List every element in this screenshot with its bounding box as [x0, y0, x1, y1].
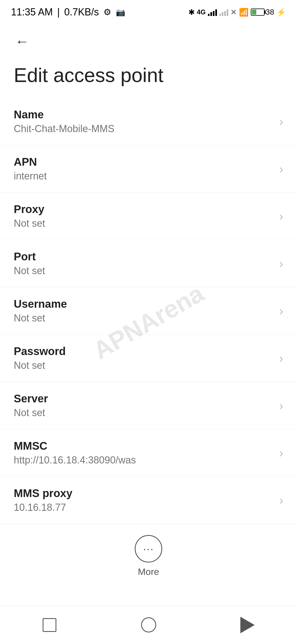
page-title: Edit access point — [0, 58, 297, 98]
nav-back-button[interactable] — [234, 614, 261, 636]
settings-item-port[interactable]: Port Not set › — [0, 240, 297, 287]
battery-fill — [252, 10, 256, 15]
settings-item-username-content: Username Not set — [14, 298, 274, 324]
chevron-right-icon-name: › — [279, 115, 283, 129]
settings-value-proxy: Not set — [14, 218, 274, 229]
settings-item-mmsc[interactable]: MMSC http://10.16.18.4:38090/was › — [0, 429, 297, 477]
settings-value-password: Not set — [14, 360, 274, 371]
nav-bar — [0, 605, 297, 644]
settings-icon: ⚙ — [103, 7, 111, 17]
settings-label-apn: APN — [14, 156, 274, 168]
back-arrow-icon: ← — [15, 33, 29, 50]
more-dots-icon: ··· — [143, 543, 154, 555]
settings-value-mmsc: http://10.16.18.4:38090/was — [14, 454, 274, 466]
status-right-icons: ✱ 4G ✕ 📶 38 ⚡ — [188, 8, 286, 17]
settings-list: Name Chit-Chat-Mobile-MMS › APN internet… — [0, 98, 297, 524]
settings-label-password: Password — [14, 345, 274, 358]
nav-recent-apps-button[interactable] — [36, 614, 63, 636]
more-container: ··· More — [0, 527, 297, 585]
settings-item-username[interactable]: Username Not set › — [0, 287, 297, 335]
chevron-right-icon-port: › — [279, 257, 283, 271]
settings-value-mms-proxy: 10.16.18.77 — [14, 502, 274, 513]
battery-percent: 38 — [266, 8, 274, 17]
no-signal-icon: ✕ — [230, 8, 237, 17]
settings-item-mms-proxy-content: MMS proxy 10.16.18.77 — [14, 487, 274, 513]
chevron-right-icon-mmsc: › — [279, 446, 283, 460]
settings-label-mms-proxy: MMS proxy — [14, 487, 274, 500]
settings-value-apn: internet — [14, 170, 274, 182]
settings-item-apn-content: APN internet — [14, 156, 274, 182]
status-time: 11:35 AM — [11, 6, 53, 18]
wifi-icon: 📶 — [239, 8, 249, 17]
settings-item-server[interactable]: Server Not set › — [0, 382, 297, 429]
settings-value-server: Not set — [14, 407, 274, 419]
signal-bars-2 — [219, 8, 228, 16]
nav-triangle-icon — [240, 617, 255, 633]
settings-value-username: Not set — [14, 312, 274, 324]
nav-home-button[interactable] — [135, 614, 162, 636]
back-button[interactable]: ← — [11, 30, 33, 52]
settings-label-proxy: Proxy — [14, 203, 274, 215]
settings-item-name-content: Name Chit-Chat-Mobile-MMS — [14, 108, 274, 135]
toolbar: ← — [0, 22, 297, 58]
settings-item-port-content: Port Not set — [14, 250, 274, 277]
chevron-right-icon-proxy: › — [279, 209, 283, 223]
network-4g-icon: 4G — [197, 8, 206, 16]
battery-box — [251, 9, 265, 16]
settings-item-proxy-content: Proxy Not set — [14, 203, 274, 229]
status-network-speed: 0.7KB/s — [64, 6, 99, 18]
chevron-right-icon-mms-proxy: › — [279, 493, 283, 507]
settings-value-port: Not set — [14, 265, 274, 277]
settings-item-mmsc-content: MMSC http://10.16.18.4:38090/was — [14, 440, 274, 466]
chevron-right-icon-username: › — [279, 304, 283, 318]
settings-item-server-content: Server Not set — [14, 392, 274, 419]
settings-item-apn[interactable]: APN internet › — [0, 145, 297, 193]
charging-icon: ⚡ — [276, 8, 286, 17]
status-separator: | — [57, 6, 60, 18]
settings-item-password-content: Password Not set — [14, 345, 274, 371]
video-icon: 📷 — [116, 8, 125, 17]
chevron-right-icon-apn: › — [279, 162, 283, 176]
settings-label-port: Port — [14, 250, 274, 263]
battery-indicator: 38 — [251, 8, 274, 17]
nav-circle-icon — [141, 617, 156, 632]
settings-label-username: Username — [14, 298, 274, 310]
bluetooth-icon: ✱ — [188, 8, 195, 17]
nav-square-icon — [43, 618, 56, 632]
settings-value-name: Chit-Chat-Mobile-MMS — [14, 123, 274, 135]
settings-label-name: Name — [14, 108, 274, 121]
status-time-network: 11:35 AM | 0.7KB/s ⚙ 📷 — [11, 6, 125, 18]
settings-item-password[interactable]: Password Not set › — [0, 335, 297, 382]
chevron-right-icon-password: › — [279, 351, 283, 365]
settings-label-mmsc: MMSC — [14, 440, 274, 452]
more-label: More — [138, 566, 159, 577]
settings-item-name[interactable]: Name Chit-Chat-Mobile-MMS › — [0, 98, 297, 145]
more-button[interactable]: ··· — [135, 535, 162, 563]
signal-bars-1 — [208, 8, 217, 16]
settings-item-proxy[interactable]: Proxy Not set › — [0, 193, 297, 240]
chevron-right-icon-server: › — [279, 399, 283, 413]
status-bar: 11:35 AM | 0.7KB/s ⚙ 📷 ✱ 4G ✕ 📶 38 ⚡ — [0, 0, 297, 22]
settings-label-server: Server — [14, 392, 274, 405]
settings-item-mms-proxy[interactable]: MMS proxy 10.16.18.77 › — [0, 477, 297, 524]
